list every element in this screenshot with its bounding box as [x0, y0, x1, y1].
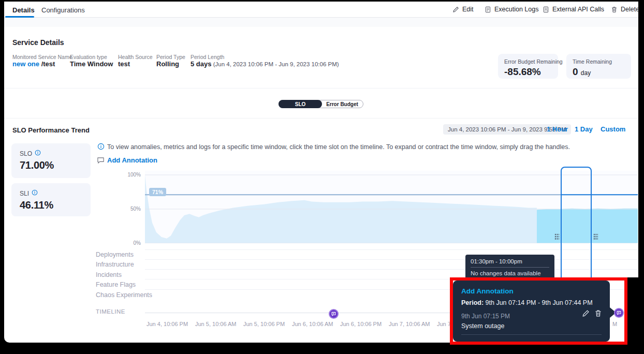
popup-period-value: 9th Jun 07:14 PM - 9th Jun 07:44 PM [484, 299, 593, 306]
popup-add-annotation-link[interactable]: Add Annotation [461, 287, 602, 295]
popup-divider [461, 334, 602, 335]
row-label-feature-flags: Feature Flags [96, 281, 136, 288]
row-label-incidents: Incidents [96, 271, 122, 278]
delete-annotation-icon[interactable] [594, 309, 602, 319]
section-gap-band [4, 18, 638, 27]
x-axis-label: Jun 7, 10:06 AM [389, 321, 430, 327]
x-axis-label: Jun 4, 10:06 PM [147, 321, 188, 327]
document-icon [485, 6, 491, 13]
tooltip-divider [471, 267, 549, 268]
row-label-infrastructure: Infrastructure [96, 261, 134, 268]
sli-card: SLI 46.11% [11, 183, 91, 216]
period-length-range: (Jun 4, 2023 10:06 PM - Jun 9, 2023 10:0… [211, 61, 339, 67]
section-divider [4, 88, 638, 89]
edit-annotation-icon[interactable] [582, 309, 590, 319]
slo-card-value: 71.00% [20, 159, 82, 171]
time-remaining-unit: day [581, 69, 591, 77]
sli-card-value: 46.11% [20, 199, 82, 211]
section-divider [4, 118, 638, 119]
timeline-label: TIMELINE [96, 308, 125, 315]
y-axis-tick: 50% [120, 206, 141, 212]
delete-button[interactable]: Delete [611, 6, 639, 13]
period-length-days: 5 days [191, 60, 211, 68]
trend-title: SLO Performance Trend [12, 126, 90, 134]
changes-tooltip: 01:30pm - 10:00pm No changes data availa… [465, 255, 554, 283]
selection-right-handle[interactable] [593, 233, 598, 240]
row-label-deployments: Deployments [96, 251, 134, 258]
active-tab-underline [5, 16, 34, 18]
tooltip-body: No changes data available [471, 270, 549, 276]
trash-icon [611, 6, 618, 13]
field-label: Health Source [118, 54, 153, 60]
period-type-value: Rolling [156, 60, 179, 68]
x-axis-label: Jun 6, 10:06 AM [292, 321, 333, 327]
monitored-service-name: new one /test [12, 60, 55, 68]
tab-bar: Details Configurations Edit Execution Lo… [4, 2, 638, 18]
pencil-icon [452, 6, 459, 13]
info-icon[interactable] [35, 150, 41, 157]
health-source-value: test [118, 60, 130, 68]
toggle-error-budget[interactable]: Error Budget [321, 100, 363, 108]
popup-entry-time: 9th Jun 07:15 PM [461, 313, 602, 320]
execution-logs-button[interactable]: Execution Logs [485, 6, 538, 13]
info-icon[interactable] [32, 189, 38, 197]
popup-period: Period: 9th Jun 07:14 PM - 9th Jun 07:44… [461, 299, 602, 306]
selection-left-handle[interactable] [554, 233, 559, 240]
range-custom[interactable]: Custom [601, 125, 625, 133]
tab-details[interactable]: Details [12, 6, 35, 14]
stat-label: Time Remaining [573, 58, 625, 65]
sli-card-label: SLI [20, 190, 29, 197]
stat-value: -85.68% [504, 66, 552, 78]
slo-target-badge: 71% [149, 188, 166, 196]
view-toggle: SLO Error Budget [279, 100, 363, 108]
y-axis-tick: 0% [120, 240, 141, 246]
popup-period-label: Period: [461, 299, 484, 306]
edit-button[interactable]: Edit [452, 6, 474, 13]
x-axis-label-fragment: M [612, 321, 617, 327]
popup-entry-text: System outage [461, 322, 602, 330]
service-env-suffix: /test [39, 60, 55, 68]
service-link[interactable]: new one [12, 60, 39, 68]
annotation-bubble-icon [97, 156, 105, 166]
speech-bubble-icon [331, 311, 336, 317]
annotation-marker-icon[interactable] [614, 308, 624, 318]
toggle-slo[interactable]: SLO [279, 100, 322, 108]
field-label: Evaluation type [70, 54, 107, 60]
row-label-chaos-experiments: Chaos Experiments [96, 291, 152, 299]
external-api-calls-button[interactable]: External API Calls [543, 6, 604, 13]
error-budget-remaining-card: Error Budget Remaining -85.68% [498, 54, 558, 79]
screenshot-black-patch [627, 277, 644, 354]
service-details-title: Service Details [12, 38, 64, 47]
time-remaining-card: Time Remaining 0 day [566, 54, 631, 79]
field-label: Period Type [156, 54, 185, 60]
period-length-value: 5 days (Jun 4, 2023 10:06 PM - Jun 9, 20… [191, 60, 339, 68]
field-label: Monitored Service Name [12, 54, 72, 60]
time-selection-window[interactable] [561, 167, 592, 281]
annotation-marker-icon[interactable] [329, 309, 339, 319]
slo-card-label: SLO [20, 150, 32, 157]
tooltip-time-range: 01:30pm - 10:00pm [471, 258, 549, 264]
time-remaining-number: 0 [573, 66, 578, 77]
execution-logs-label: Execution Logs [494, 6, 538, 13]
tab-configurations[interactable]: Configurations [41, 6, 85, 14]
x-axis-label: Jun 5, 10:06 AM [195, 321, 237, 327]
x-axis-label: Jun 5, 10:06 PM [243, 321, 285, 327]
slo-card: SLO 71.00% [11, 143, 91, 178]
stat-value: 0 day [573, 66, 625, 78]
info-icon[interactable] [97, 143, 105, 152]
range-1-hour[interactable]: 1 Hour [547, 125, 568, 133]
timeline-info-text: To view anomalies, metrics and logs for … [107, 143, 599, 151]
x-axis-label: Jun 6, 10:06 PM [340, 321, 382, 327]
evaluation-type-value: Time Window [70, 60, 113, 68]
range-1-day[interactable]: 1 Day [575, 125, 593, 133]
document-icon [543, 6, 549, 13]
stat-label: Error Budget Remaining [504, 58, 552, 65]
speech-bubble-icon [616, 310, 622, 316]
edit-label: Edit [462, 6, 474, 13]
external-api-calls-label: External API Calls [552, 6, 604, 13]
y-axis-tick: 100% [120, 172, 141, 178]
add-annotation-link[interactable]: Add Annotation [107, 156, 157, 164]
delete-label: Delete [621, 6, 639, 13]
field-label: Period Length [191, 54, 224, 60]
